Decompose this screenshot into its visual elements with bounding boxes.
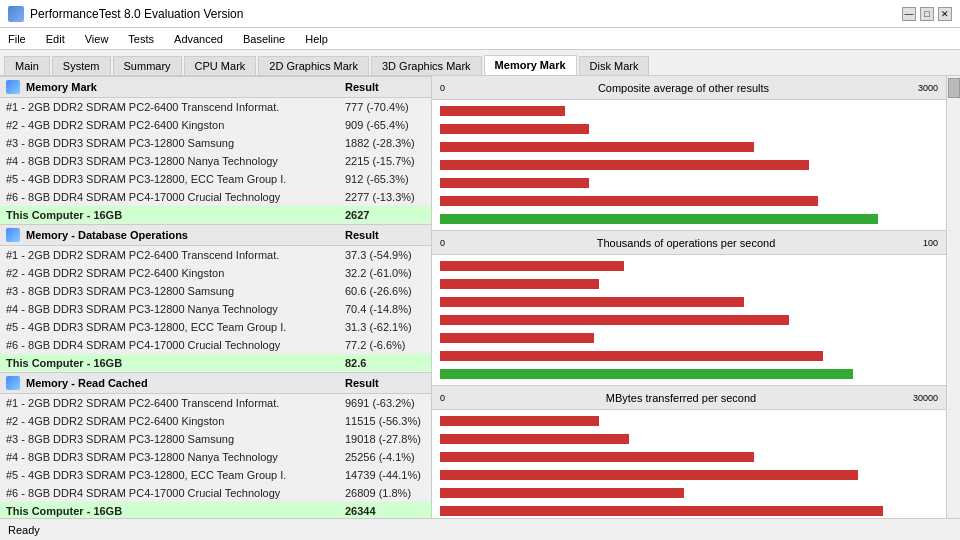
tab-bar: Main System Summary CPU Mark 2D Graphics… (0, 50, 960, 76)
chart-zero-memory-cached: 0 (440, 393, 445, 403)
section-icon-memory-database (6, 228, 20, 242)
chart-header-memory-database: 0 Thousands of operations per second 100 (432, 231, 946, 255)
bar-memory-database-1 (440, 279, 599, 289)
chart-row-memory-database-5 (440, 347, 938, 365)
bar-memory-mark-6 (440, 214, 878, 224)
row-result-memory-database-6: 82.6 (345, 357, 425, 369)
bar-memory-database-0 (440, 261, 624, 271)
maximize-button[interactable]: □ (920, 7, 934, 21)
data-row-memory-mark-4[interactable]: #5 - 4GB DDR3 SDRAM PC3-12800, ECC Team … (0, 170, 431, 188)
tab-2d-graphics[interactable]: 2D Graphics Mark (258, 56, 369, 75)
tab-summary[interactable]: Summary (113, 56, 182, 75)
chart-section-memory-database: 0 Thousands of operations per second 100 (432, 231, 946, 386)
bar-container-memory-mark-6 (440, 213, 938, 225)
data-row-memory-database-0[interactable]: #1 - 2GB DDR2 SDRAM PC2-6400 Transcend I… (0, 246, 431, 264)
row-label-memory-cached-0: #1 - 2GB DDR2 SDRAM PC2-6400 Transcend I… (6, 397, 345, 409)
data-row-memory-mark-2[interactable]: #3 - 8GB DDR3 SDRAM PC3-12800 Samsung 18… (0, 134, 431, 152)
bar-memory-mark-2 (440, 142, 754, 152)
data-row-memory-mark-5[interactable]: #6 - 8GB DDR4 SDRAM PC4-17000 Crucial Te… (0, 188, 431, 206)
bar-memory-database-3 (440, 315, 789, 325)
menu-help[interactable]: Help (301, 31, 332, 47)
row-label-memory-cached-2: #3 - 8GB DDR3 SDRAM PC3-12800 Samsung (6, 433, 345, 445)
bar-container-memory-mark-4 (440, 177, 938, 189)
row-result-memory-cached-0: 9691 (-63.2%) (345, 397, 425, 409)
chart-row-memory-database-4 (440, 329, 938, 347)
row-result-memory-cached-1: 11515 (-56.3%) (345, 415, 425, 427)
data-row-memory-cached-2[interactable]: #3 - 8GB DDR3 SDRAM PC3-12800 Samsung 19… (0, 430, 431, 448)
section-icon-memory-mark (6, 80, 20, 94)
chart-header-memory-cached: 0 MBytes transferred per second 30000 (432, 386, 946, 410)
minimize-button[interactable]: — (902, 7, 916, 21)
menu-file[interactable]: File (4, 31, 30, 47)
row-label-memory-database-0: #1 - 2GB DDR2 SDRAM PC2-6400 Transcend I… (6, 249, 345, 261)
tab-system[interactable]: System (52, 56, 111, 75)
menu-bar: File Edit View Tests Advanced Baseline H… (0, 28, 960, 50)
data-row-memory-database-6[interactable]: This Computer - 16GB 82.6 (0, 354, 431, 372)
data-row-memory-database-2[interactable]: #3 - 8GB DDR3 SDRAM PC3-12800 Samsung 60… (0, 282, 431, 300)
chart-header-memory-mark: 0 Composite average of other results 300… (432, 76, 946, 100)
row-result-memory-mark-0: 777 (-70.4%) (345, 101, 425, 113)
row-label-memory-mark-4: #5 - 4GB DDR3 SDRAM PC3-12800, ECC Team … (6, 173, 345, 185)
row-label-memory-cached-3: #4 - 8GB DDR3 SDRAM PC3-12800 Nanya Tech… (6, 451, 345, 463)
app-icon (8, 6, 24, 22)
tab-3d-graphics[interactable]: 3D Graphics Mark (371, 56, 482, 75)
chart-title-memory-database: Thousands of operations per second (449, 237, 923, 249)
data-row-memory-database-1[interactable]: #2 - 4GB DDR2 SDRAM PC2-6400 Kingston 32… (0, 264, 431, 282)
bar-memory-database-2 (440, 297, 744, 307)
app-title: PerformanceTest 8.0 Evaluation Version (30, 7, 243, 21)
data-row-memory-cached-0[interactable]: #1 - 2GB DDR2 SDRAM PC2-6400 Transcend I… (0, 394, 431, 412)
menu-advanced[interactable]: Advanced (170, 31, 227, 47)
result-col-memory-mark: Result (345, 81, 425, 93)
data-row-memory-mark-3[interactable]: #4 - 8GB DDR3 SDRAM PC3-12800 Nanya Tech… (0, 152, 431, 170)
bar-memory-mark-1 (440, 124, 589, 134)
row-label-memory-cached-5: #6 - 8GB DDR4 SDRAM PC4-17000 Crucial Te… (6, 487, 345, 499)
chart-row-memory-database-1 (440, 275, 938, 293)
row-result-memory-cached-3: 25256 (-4.1%) (345, 451, 425, 463)
row-label-memory-cached-4: #5 - 4GB DDR3 SDRAM PC3-12800, ECC Team … (6, 469, 345, 481)
data-row-memory-mark-6[interactable]: This Computer - 16GB 2627 (0, 206, 431, 224)
data-row-memory-database-4[interactable]: #5 - 4GB DDR3 SDRAM PC3-12800, ECC Team … (0, 318, 431, 336)
chart-area-memory-database (432, 255, 946, 385)
data-row-memory-mark-0[interactable]: #1 - 2GB DDR2 SDRAM PC2-6400 Transcend I… (0, 98, 431, 116)
row-label-memory-mark-5: #6 - 8GB DDR4 SDRAM PC4-17000 Crucial Te… (6, 191, 345, 203)
bar-container-memory-mark-1 (440, 123, 938, 135)
chart-row-memory-database-2 (440, 293, 938, 311)
menu-edit[interactable]: Edit (42, 31, 69, 47)
row-label-memory-mark-3: #4 - 8GB DDR3 SDRAM PC3-12800 Nanya Tech… (6, 155, 345, 167)
chart-area-memory-cached (432, 410, 946, 518)
chart-zero-memory-mark: 0 (440, 83, 445, 93)
data-row-memory-mark-1[interactable]: #2 - 4GB DDR2 SDRAM PC2-6400 Kingston 90… (0, 116, 431, 134)
data-row-memory-cached-4[interactable]: #5 - 4GB DDR3 SDRAM PC3-12800, ECC Team … (0, 466, 431, 484)
row-label-memory-mark-0: #1 - 2GB DDR2 SDRAM PC2-6400 Transcend I… (6, 101, 345, 113)
bar-container-memory-mark-3 (440, 159, 938, 171)
chart-row-memory-database-0 (440, 257, 938, 275)
tab-disk-mark[interactable]: Disk Mark (579, 56, 650, 75)
chart-section-memory-cached: 0 MBytes transferred per second 30000 (432, 386, 946, 518)
scrollbar[interactable] (946, 76, 960, 518)
chart-section-memory-mark: 0 Composite average of other results 300… (432, 76, 946, 231)
data-row-memory-cached-1[interactable]: #2 - 4GB DDR2 SDRAM PC2-6400 Kingston 11… (0, 412, 431, 430)
bar-container-memory-database-3 (440, 314, 938, 326)
bar-container-memory-database-6 (440, 368, 938, 380)
data-row-memory-database-5[interactable]: #6 - 8GB DDR4 SDRAM PC4-17000 Crucial Te… (0, 336, 431, 354)
section-header-memory-cached: Memory - Read Cached Result (0, 372, 431, 394)
tab-memory-mark[interactable]: Memory Mark (484, 55, 577, 75)
close-button[interactable]: ✕ (938, 7, 952, 21)
chart-row-memory-mark-6 (440, 210, 938, 228)
row-result-memory-database-5: 77.2 (-6.6%) (345, 339, 425, 351)
bar-container-memory-database-0 (440, 260, 938, 272)
tab-main[interactable]: Main (4, 56, 50, 75)
data-row-memory-cached-5[interactable]: #6 - 8GB DDR4 SDRAM PC4-17000 Crucial Te… (0, 484, 431, 502)
bar-container-memory-cached-2 (440, 451, 938, 463)
data-row-memory-database-3[interactable]: #4 - 8GB DDR3 SDRAM PC3-12800 Nanya Tech… (0, 300, 431, 318)
chart-row-memory-cached-0 (440, 412, 938, 430)
data-row-memory-cached-6[interactable]: This Computer - 16GB 26344 (0, 502, 431, 518)
menu-baseline[interactable]: Baseline (239, 31, 289, 47)
data-row-memory-cached-3[interactable]: #4 - 8GB DDR3 SDRAM PC3-12800 Nanya Tech… (0, 448, 431, 466)
menu-tests[interactable]: Tests (124, 31, 158, 47)
chart-area-memory-mark (432, 100, 946, 230)
chart-row-memory-database-6 (440, 365, 938, 383)
menu-view[interactable]: View (81, 31, 113, 47)
row-label-memory-database-2: #3 - 8GB DDR3 SDRAM PC3-12800 Samsung (6, 285, 345, 297)
tab-cpu-mark[interactable]: CPU Mark (184, 56, 257, 75)
